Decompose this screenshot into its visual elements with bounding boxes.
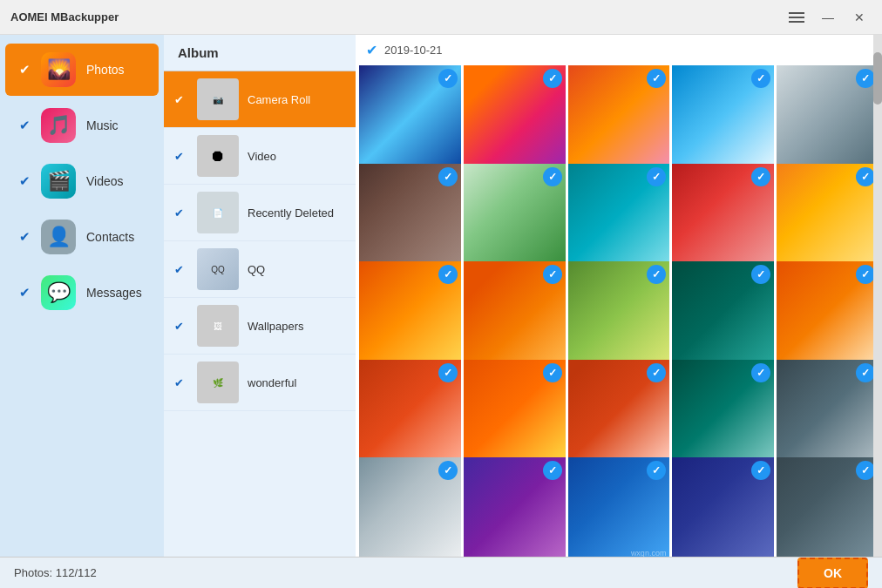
photo-check-9[interactable]: ✓: [751, 167, 770, 186]
photo-cell-3[interactable]: ✓: [568, 65, 670, 167]
photo-check-11[interactable]: ✓: [438, 265, 458, 284]
photo-cell-5[interactable]: ✓: [777, 65, 879, 167]
photo-check-20[interactable]: ✓: [856, 363, 875, 382]
video-thumb: ⏺: [197, 135, 239, 177]
album-list: Album ✔ 📷 Camera Roll ✔ ⏺ Video ✔ 📄 Rece…: [164, 35, 356, 557]
photo-cell-15[interactable]: ✓: [777, 261, 879, 363]
checkbox-wonderful[interactable]: ✔: [174, 376, 188, 389]
album-list-header: Album: [164, 35, 356, 71]
photo-cell-13[interactable]: ✓: [568, 261, 670, 363]
photo-cell-17[interactable]: ✓: [464, 360, 566, 462]
sidebar-item-videos[interactable]: ✔ 🎬 Videos: [5, 155, 159, 207]
photo-cell-4[interactable]: ✓: [672, 65, 774, 167]
title-bar: AOMEI MBackupper — ✕: [0, 0, 882, 35]
checkbox-camera-roll[interactable]: ✔: [174, 93, 188, 106]
contacts-icon: 👤: [41, 220, 76, 254]
recently-deleted-thumb: 📄: [197, 192, 239, 233]
checkbox-music[interactable]: ✔: [19, 118, 31, 133]
messages-icon: 💬: [41, 275, 76, 310]
checkbox-contacts[interactable]: ✔: [19, 229, 31, 245]
photo-cell-11[interactable]: ✓: [359, 261, 461, 363]
ok-button[interactable]: OK: [797, 558, 868, 589]
photos-count: Photos: 112/112: [14, 566, 97, 579]
sidebar-label-music: Music: [86, 118, 119, 132]
menu-icon: [789, 12, 804, 23]
album-item-wallpapers[interactable]: ✔ 🖼 Wallpapers: [164, 298, 356, 355]
album-item-wonderful[interactable]: ✔ 🌿 wonderful: [164, 355, 356, 411]
photo-check-1[interactable]: ✓: [438, 69, 458, 88]
sidebar-item-contacts[interactable]: ✔ 👤 Contacts: [5, 211, 159, 263]
photo-cell-18[interactable]: ✓: [568, 360, 670, 462]
photo-cell-24[interactable]: ✓: [672, 457, 774, 557]
photo-cell-8[interactable]: ✓: [568, 164, 670, 266]
sidebar-label-messages: Messages: [86, 286, 142, 300]
photo-cell-10[interactable]: ✓: [777, 164, 879, 266]
photo-cell-2[interactable]: ✓: [464, 65, 566, 167]
checkbox-recently-deleted[interactable]: ✔: [174, 206, 188, 220]
photo-cell-1[interactable]: ✓: [359, 65, 461, 167]
photo-check-17[interactable]: ✓: [543, 363, 562, 382]
videos-icon: 🎬: [41, 164, 76, 199]
checkbox-video[interactable]: ✔: [174, 150, 188, 163]
sidebar: ✔ 🌄 Photos ✔ 🎵 Music ✔ 🎬 Videos ✔ 👤: [0, 35, 164, 557]
sidebar-label-contacts: Contacts: [86, 230, 134, 244]
photo-cell-7[interactable]: ✓: [464, 164, 566, 266]
checkbox-messages[interactable]: ✔: [19, 285, 31, 301]
wonderful-thumb: 🌿: [197, 362, 239, 403]
photo-cell-16[interactable]: ✓: [359, 360, 461, 462]
wallpapers-thumb: 🖼: [197, 305, 239, 347]
sidebar-label-videos: Videos: [86, 174, 124, 188]
close-button[interactable]: ✕: [847, 5, 872, 30]
album-item-camera-roll[interactable]: ✔ 📷 Camera Roll: [164, 71, 356, 128]
photo-cell-9[interactable]: ✓: [672, 164, 774, 266]
photo-cell-22[interactable]: ✓: [464, 457, 566, 557]
menu-button[interactable]: [784, 5, 809, 30]
scrollbar-thumb[interactable]: [873, 52, 882, 105]
sidebar-item-photos[interactable]: ✔ 🌄 Photos: [5, 44, 159, 96]
checkbox-photos[interactable]: ✔: [19, 62, 31, 78]
photo-grid: ✓✓✓✓✓✓✓✓✓✓✓✓✓✓✓✓✓✓✓✓✓✓✓wxgn.com✓✓: [356, 65, 882, 557]
camera-roll-thumb: 📷: [197, 78, 239, 120]
album-label-wonderful: wonderful: [248, 376, 296, 389]
sidebar-item-messages[interactable]: ✔ 💬 Messages: [5, 267, 159, 319]
checkbox-qq[interactable]: ✔: [174, 263, 188, 276]
album-label-camera-roll: Camera Roll: [248, 93, 310, 106]
photo-check-19[interactable]: ✓: [751, 363, 770, 382]
photo-cell-25[interactable]: ✓: [777, 457, 879, 557]
sidebar-label-photos: Photos: [86, 63, 125, 77]
photo-check-16[interactable]: ✓: [438, 363, 458, 382]
scrollbar[interactable]: [873, 35, 882, 557]
minimize-button[interactable]: —: [816, 5, 840, 30]
photo-check-7[interactable]: ✓: [543, 167, 562, 186]
music-icon: 🎵: [41, 108, 76, 143]
photo-cell-12[interactable]: ✓: [464, 261, 566, 363]
app-title: AOMEI MBackupper: [10, 10, 119, 24]
photo-cell-6[interactable]: ✓: [359, 164, 461, 266]
album-label-wallpapers: Wallpapers: [248, 320, 304, 333]
photo-check-22[interactable]: ✓: [543, 461, 562, 480]
photo-cell-21[interactable]: ✓: [359, 457, 461, 557]
photo-cell-23[interactable]: ✓wxgn.com: [568, 457, 670, 557]
photo-check-10[interactable]: ✓: [856, 167, 875, 186]
checkbox-videos[interactable]: ✔: [19, 173, 31, 189]
album-item-video[interactable]: ✔ ⏺ Video: [164, 128, 356, 185]
album-label-qq: QQ: [248, 263, 265, 276]
photo-area: ✔ 2019-10-21 ✓✓✓✓✓✓✓✓✓✓✓✓✓✓✓✓✓✓✓✓✓✓✓wxgn…: [356, 35, 882, 557]
photo-date-header: ✔ 2019-10-21: [356, 35, 882, 65]
qq-thumb: QQ: [197, 248, 239, 290]
status-bar: Photos: 112/112 OK: [0, 557, 882, 588]
sidebar-item-music[interactable]: ✔ 🎵 Music: [5, 99, 159, 152]
photo-check-2[interactable]: ✓: [543, 69, 562, 88]
photo-cell-20[interactable]: ✓: [777, 360, 879, 462]
photo-check-8[interactable]: ✓: [647, 167, 666, 186]
photo-check-12[interactable]: ✓: [543, 265, 562, 284]
album-item-recently-deleted[interactable]: ✔ 📄 Recently Deleted: [164, 185, 356, 241]
album-label-recently-deleted: Recently Deleted: [248, 206, 334, 220]
photo-cell-14[interactable]: ✓: [672, 261, 774, 363]
photo-cell-19[interactable]: ✓: [672, 360, 774, 462]
photo-check-6[interactable]: ✓: [438, 167, 458, 186]
photo-check-5[interactable]: ✓: [856, 69, 875, 88]
album-item-qq[interactable]: ✔ QQ QQ: [164, 241, 356, 298]
window-controls: — ✕: [784, 5, 872, 30]
checkbox-wallpapers[interactable]: ✔: [174, 320, 188, 333]
